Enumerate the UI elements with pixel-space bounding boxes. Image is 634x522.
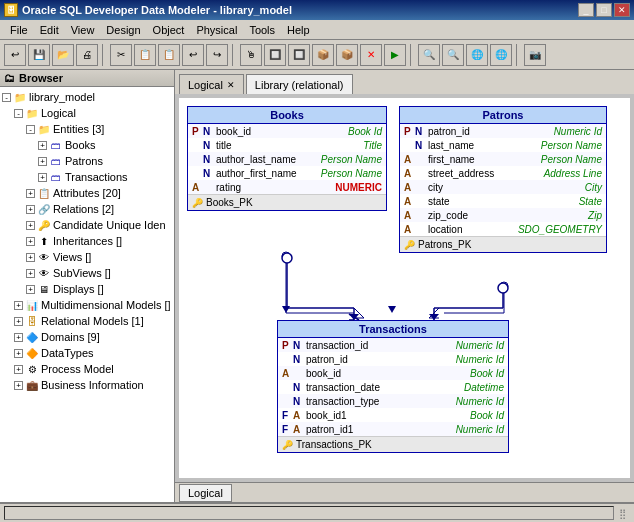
menu-view[interactable]: View	[65, 22, 101, 38]
field-flag-a-p4: A	[404, 196, 412, 207]
menu-object[interactable]: Object	[147, 22, 191, 38]
window-controls[interactable]: _ □ ✕	[578, 3, 630, 17]
menu-file[interactable]: File	[4, 22, 34, 38]
tree-item-displays[interactable]: + 🖥 Displays []	[2, 281, 172, 297]
tree-item-patrons[interactable]: + 🗃 Patrons	[2, 153, 172, 169]
tree-toggle-displays[interactable]: +	[26, 285, 35, 294]
entity-books-footer: 🔑 Books_PK	[188, 194, 386, 210]
tab-logical-close[interactable]: ✕	[227, 80, 235, 90]
tb-back[interactable]: ↩	[4, 44, 26, 66]
field-dt-tx-patronid1: Numeric Id	[456, 424, 504, 435]
tree-item-candidate[interactable]: + 🔑 Candidate Unique Iden	[2, 217, 172, 233]
pk-label-transactions: Transactions_PK	[296, 439, 372, 450]
tree-toggle-relational[interactable]: +	[14, 317, 23, 326]
tree-item-domains[interactable]: + 🔷 Domains [9]	[2, 329, 172, 345]
tb-camera[interactable]: 📷	[524, 44, 546, 66]
tb-zoom-in[interactable]: 🔍	[418, 44, 440, 66]
tree-toggle-candidate[interactable]: +	[26, 221, 35, 230]
field-dt-tx-type: Numeric Id	[456, 396, 504, 407]
tb-fit1[interactable]: 🌐	[466, 44, 488, 66]
tb-redo[interactable]: ↪	[206, 44, 228, 66]
menu-help[interactable]: Help	[281, 22, 316, 38]
tree-toggle-logical[interactable]: -	[14, 109, 23, 118]
tb-save[interactable]: 💾	[28, 44, 50, 66]
tb-open[interactable]: 📂	[52, 44, 74, 66]
svg-marker-10	[282, 306, 290, 313]
tree-toggle-views[interactable]: +	[26, 253, 35, 262]
tree-item-business[interactable]: + 💼 Business Information	[2, 377, 172, 393]
bottom-tab-logical[interactable]: Logical	[179, 484, 232, 502]
tree-toggle-business[interactable]: +	[14, 381, 23, 390]
tree-item-transactions[interactable]: + 🗃 Transactions	[2, 169, 172, 185]
tb-paste[interactable]: 📋	[158, 44, 180, 66]
tree-toggle-relations[interactable]: +	[26, 205, 35, 214]
tb-select[interactable]: 🖱	[240, 44, 262, 66]
svg-point-12	[282, 253, 292, 263]
entity-patrons[interactable]: Patrons P N patron_id Numeric Id N last_…	[399, 106, 607, 253]
tree-toggle-multidim[interactable]: +	[14, 301, 23, 310]
field-dt-patronid: Numeric Id	[554, 126, 602, 137]
tree-item-relational[interactable]: + 🗄 Relational Models [1]	[2, 313, 172, 329]
tb-entity1[interactable]: 📦	[312, 44, 334, 66]
tb-entity2[interactable]: 📦	[336, 44, 358, 66]
tb-zoom-out[interactable]: 🔍	[442, 44, 464, 66]
field-type-n: N	[203, 126, 213, 137]
tree-item-views[interactable]: + 👁 Views []	[2, 249, 172, 265]
tree-toggle-domains[interactable]: +	[14, 333, 23, 342]
tb-box2[interactable]: 🔲	[288, 44, 310, 66]
tree-toggle-transactions[interactable]: +	[38, 173, 47, 182]
minimize-button[interactable]: _	[578, 3, 594, 17]
tree-toggle-patrons[interactable]: +	[38, 157, 47, 166]
field-flag-pk-p: P	[404, 126, 412, 137]
tb-undo[interactable]: ↩	[182, 44, 204, 66]
tree-item-multidim[interactable]: + 📊 Multidimensional Models []	[2, 297, 172, 313]
tree-item-subviews[interactable]: + 👁 SubViews []	[2, 265, 172, 281]
tree-item-relations[interactable]: + 🔗 Relations [2]	[2, 201, 172, 217]
entity-transactions[interactable]: Transactions P N transaction_id Numeric …	[277, 320, 509, 453]
tb-print[interactable]: 🖨	[76, 44, 98, 66]
field-dt-authorfirst: Person Name	[321, 168, 382, 179]
tree-toggle-inheritances[interactable]: +	[26, 237, 35, 246]
tree-item-inheritances[interactable]: + ⬆ Inheritances []	[2, 233, 172, 249]
tree-item-books[interactable]: + 🗃 Books	[2, 137, 172, 153]
tb-run[interactable]: ▶	[384, 44, 406, 66]
tree-toggle-datatypes[interactable]: +	[14, 349, 23, 358]
tree-toggle-books[interactable]: +	[38, 141, 47, 150]
tree-toggle-root[interactable]: -	[2, 93, 11, 102]
field-dt-tx-bookid1: Book Id	[470, 410, 504, 421]
field-name-address: street_address	[428, 168, 541, 179]
field-dt-address: Address Line	[544, 168, 602, 179]
tab-library-relational[interactable]: Library (relational)	[246, 74, 353, 94]
tb-copy[interactable]: 📋	[134, 44, 156, 66]
tree-item-process[interactable]: + ⚙ Process Model	[2, 361, 172, 377]
tb-delete[interactable]: ✕	[360, 44, 382, 66]
tree-toggle-attributes[interactable]: +	[26, 189, 35, 198]
field-type-n2: N	[203, 140, 213, 151]
tree-toggle-entities[interactable]: -	[26, 125, 35, 134]
menu-design[interactable]: Design	[100, 22, 146, 38]
tree-item-attributes[interactable]: + 📋 Attributes [20]	[2, 185, 172, 201]
canvas-area[interactable]: Books P N book_id Book Id N title Title	[175, 94, 634, 482]
tree-container[interactable]: - 📁 library_model - 📁 Logical - 📁 Entiti…	[0, 87, 174, 502]
tree-toggle-process[interactable]: +	[14, 365, 23, 374]
tree-item-entities[interactable]: - 📁 Entities [3]	[2, 121, 172, 137]
title-text: 🗄 Oracle SQL Developer Data Modeler - li…	[4, 3, 292, 17]
tb-fit2[interactable]: 🌐	[490, 44, 512, 66]
tree-item-logical[interactable]: - 📁 Logical	[2, 105, 172, 121]
entity-icon-books: 🗃	[49, 138, 63, 152]
maximize-button[interactable]: □	[596, 3, 612, 17]
close-button[interactable]: ✕	[614, 3, 630, 17]
menu-edit[interactable]: Edit	[34, 22, 65, 38]
tree-toggle-subviews[interactable]: +	[26, 269, 35, 278]
field-dt-title: Title	[363, 140, 382, 151]
tb-box1[interactable]: 🔲	[264, 44, 286, 66]
menu-physical[interactable]: Physical	[190, 22, 243, 38]
entity-books[interactable]: Books P N book_id Book Id N title Title	[187, 106, 387, 211]
tb-cut[interactable]: ✂	[110, 44, 132, 66]
field-name-tx-patronid1: patron_id1	[306, 424, 453, 435]
menu-tools[interactable]: Tools	[243, 22, 281, 38]
tree-item-library-model[interactable]: - 📁 library_model	[2, 89, 172, 105]
tree-item-datatypes[interactable]: + 🔶 DataTypes	[2, 345, 172, 361]
resize-grip: ⣿	[614, 505, 630, 521]
tab-logical[interactable]: Logical ✕	[179, 74, 244, 94]
